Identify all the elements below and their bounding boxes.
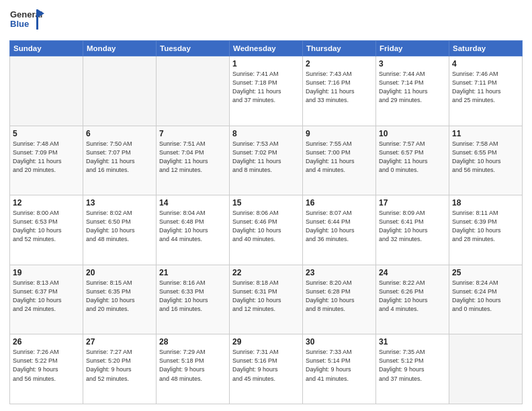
- calendar-cell: 15Sunrise: 8:06 AM Sunset: 6:46 PM Dayli…: [230, 195, 303, 265]
- day-number: 14: [159, 198, 226, 208]
- day-info: Sunrise: 8:02 AM Sunset: 6:50 PM Dayligh…: [86, 209, 153, 244]
- day-info: Sunrise: 8:11 AM Sunset: 6:39 PM Dayligh…: [452, 209, 519, 244]
- calendar-week-row: 19Sunrise: 8:13 AM Sunset: 6:37 PM Dayli…: [10, 265, 523, 334]
- calendar-cell: 25Sunrise: 8:24 AM Sunset: 6:24 PM Dayli…: [449, 265, 523, 334]
- calendar-cell: 22Sunrise: 8:18 AM Sunset: 6:31 PM Dayli…: [230, 265, 303, 334]
- day-info: Sunrise: 7:57 AM Sunset: 6:57 PM Dayligh…: [379, 140, 446, 175]
- day-info: Sunrise: 7:50 AM Sunset: 7:07 PM Dayligh…: [86, 140, 153, 175]
- day-info: Sunrise: 8:24 AM Sunset: 6:24 PM Dayligh…: [452, 279, 519, 314]
- day-info: Sunrise: 7:58 AM Sunset: 6:55 PM Dayligh…: [452, 140, 519, 175]
- calendar-cell: 1Sunrise: 7:41 AM Sunset: 7:18 PM Daylig…: [230, 56, 303, 126]
- day-info: Sunrise: 7:26 AM Sunset: 5:22 PM Dayligh…: [13, 348, 80, 383]
- calendar-cell: 3Sunrise: 7:44 AM Sunset: 7:14 PM Daylig…: [376, 56, 449, 126]
- day-number: 4: [452, 59, 519, 68]
- day-info: Sunrise: 7:55 AM Sunset: 7:00 PM Dayligh…: [306, 140, 373, 175]
- calendar-cell: 14Sunrise: 8:04 AM Sunset: 6:48 PM Dayli…: [157, 195, 230, 265]
- logo-icon: General Blue: [9, 7, 44, 34]
- day-info: Sunrise: 8:07 AM Sunset: 6:44 PM Dayligh…: [306, 209, 373, 244]
- day-info: Sunrise: 8:20 AM Sunset: 6:28 PM Dayligh…: [306, 279, 373, 314]
- day-info: Sunrise: 8:04 AM Sunset: 6:48 PM Dayligh…: [159, 209, 226, 244]
- day-info: Sunrise: 7:43 AM Sunset: 7:16 PM Dayligh…: [306, 70, 373, 105]
- day-info: Sunrise: 8:22 AM Sunset: 6:26 PM Dayligh…: [379, 279, 446, 314]
- day-info: Sunrise: 7:35 AM Sunset: 5:12 PM Dayligh…: [379, 348, 446, 383]
- calendar-cell: 28Sunrise: 7:29 AM Sunset: 5:18 PM Dayli…: [157, 334, 230, 404]
- calendar-week-row: 5Sunrise: 7:48 AM Sunset: 7:09 PM Daylig…: [10, 126, 523, 195]
- day-info: Sunrise: 8:15 AM Sunset: 6:35 PM Dayligh…: [86, 279, 153, 314]
- day-info: Sunrise: 7:41 AM Sunset: 7:18 PM Dayligh…: [232, 70, 300, 105]
- header-monday: Monday: [83, 41, 157, 56]
- calendar-cell: 13Sunrise: 8:02 AM Sunset: 6:50 PM Dayli…: [83, 195, 157, 265]
- day-info: Sunrise: 8:16 AM Sunset: 6:33 PM Dayligh…: [159, 279, 226, 314]
- header-sunday: Sunday: [10, 41, 83, 56]
- calendar-cell: 9Sunrise: 7:55 AM Sunset: 7:00 PM Daylig…: [303, 126, 376, 195]
- day-number: 5: [13, 129, 80, 138]
- calendar-cell: 27Sunrise: 7:27 AM Sunset: 5:20 PM Dayli…: [83, 334, 157, 404]
- header-friday: Friday: [376, 41, 449, 56]
- logo-text-block: General Blue: [9, 7, 44, 36]
- calendar-cell: 19Sunrise: 8:13 AM Sunset: 6:37 PM Dayli…: [10, 265, 83, 334]
- day-number: 16: [306, 198, 373, 208]
- logo: General Blue: [9, 7, 44, 36]
- day-number: 21: [159, 268, 226, 277]
- calendar-cell: 4Sunrise: 7:46 AM Sunset: 7:11 PM Daylig…: [449, 56, 523, 126]
- day-number: 8: [232, 129, 300, 138]
- calendar-cell: [449, 334, 523, 404]
- day-number: 26: [13, 337, 80, 347]
- calendar-cell: 21Sunrise: 8:16 AM Sunset: 6:33 PM Dayli…: [157, 265, 230, 334]
- calendar-cell: 18Sunrise: 8:11 AM Sunset: 6:39 PM Dayli…: [449, 195, 523, 265]
- day-info: Sunrise: 7:51 AM Sunset: 7:04 PM Dayligh…: [159, 140, 226, 175]
- header: General Blue: [9, 7, 523, 36]
- day-number: 25: [452, 268, 519, 277]
- calendar-cell: 16Sunrise: 8:07 AM Sunset: 6:44 PM Dayli…: [303, 195, 376, 265]
- svg-text:Blue: Blue: [10, 19, 29, 29]
- header-tuesday: Tuesday: [157, 41, 230, 56]
- calendar-cell: 8Sunrise: 7:53 AM Sunset: 7:02 PM Daylig…: [230, 126, 303, 195]
- header-thursday: Thursday: [303, 41, 376, 56]
- day-number: 23: [306, 268, 373, 277]
- day-info: Sunrise: 7:46 AM Sunset: 7:11 PM Dayligh…: [452, 70, 519, 105]
- calendar-cell: 7Sunrise: 7:51 AM Sunset: 7:04 PM Daylig…: [157, 126, 230, 195]
- day-number: 28: [159, 337, 226, 347]
- day-info: Sunrise: 8:09 AM Sunset: 6:41 PM Dayligh…: [379, 209, 446, 244]
- day-number: 27: [86, 337, 153, 347]
- day-number: 19: [13, 268, 80, 277]
- day-number: 13: [86, 198, 153, 208]
- day-number: 24: [379, 268, 446, 277]
- day-number: 11: [452, 129, 519, 138]
- day-number: 17: [379, 198, 446, 208]
- calendar-cell: 5Sunrise: 7:48 AM Sunset: 7:09 PM Daylig…: [10, 126, 83, 195]
- calendar-cell: 12Sunrise: 8:00 AM Sunset: 6:53 PM Dayli…: [10, 195, 83, 265]
- day-number: 12: [13, 198, 80, 208]
- day-info: Sunrise: 7:27 AM Sunset: 5:20 PM Dayligh…: [86, 348, 153, 383]
- day-number: 31: [379, 337, 446, 347]
- calendar-cell: 26Sunrise: 7:26 AM Sunset: 5:22 PM Dayli…: [10, 334, 83, 404]
- calendar-cell: 10Sunrise: 7:57 AM Sunset: 6:57 PM Dayli…: [376, 126, 449, 195]
- calendar-cell: 2Sunrise: 7:43 AM Sunset: 7:16 PM Daylig…: [303, 56, 376, 126]
- page: General Blue Sunday Monday Tuesday Wedne…: [0, 0, 532, 411]
- day-info: Sunrise: 7:53 AM Sunset: 7:02 PM Dayligh…: [232, 140, 300, 175]
- calendar-cell: 31Sunrise: 7:35 AM Sunset: 5:12 PM Dayli…: [376, 334, 449, 404]
- calendar-week-row: 1Sunrise: 7:41 AM Sunset: 7:18 PM Daylig…: [10, 56, 523, 126]
- calendar-cell: 20Sunrise: 8:15 AM Sunset: 6:35 PM Dayli…: [83, 265, 157, 334]
- weekday-header-row: Sunday Monday Tuesday Wednesday Thursday…: [10, 41, 523, 56]
- day-number: 15: [232, 198, 300, 208]
- calendar-cell: [83, 56, 157, 126]
- day-info: Sunrise: 7:44 AM Sunset: 7:14 PM Dayligh…: [379, 70, 446, 105]
- calendar-week-row: 12Sunrise: 8:00 AM Sunset: 6:53 PM Dayli…: [10, 195, 523, 265]
- calendar-body: 1Sunrise: 7:41 AM Sunset: 7:18 PM Daylig…: [10, 56, 523, 404]
- calendar-cell: 29Sunrise: 7:31 AM Sunset: 5:16 PM Dayli…: [230, 334, 303, 404]
- day-number: 22: [232, 268, 300, 277]
- day-info: Sunrise: 7:33 AM Sunset: 5:14 PM Dayligh…: [306, 348, 373, 383]
- day-number: 18: [452, 198, 519, 208]
- calendar-week-row: 26Sunrise: 7:26 AM Sunset: 5:22 PM Dayli…: [10, 334, 523, 404]
- calendar-cell: 11Sunrise: 7:58 AM Sunset: 6:55 PM Dayli…: [449, 126, 523, 195]
- day-number: 9: [306, 129, 373, 138]
- day-number: 20: [86, 268, 153, 277]
- calendar-cell: [10, 56, 83, 126]
- calendar-table: Sunday Monday Tuesday Wednesday Thursday…: [9, 40, 523, 404]
- day-info: Sunrise: 8:06 AM Sunset: 6:46 PM Dayligh…: [232, 209, 300, 244]
- day-number: 3: [379, 59, 446, 68]
- day-number: 1: [232, 59, 300, 68]
- header-wednesday: Wednesday: [230, 41, 303, 56]
- day-info: Sunrise: 8:18 AM Sunset: 6:31 PM Dayligh…: [232, 279, 300, 314]
